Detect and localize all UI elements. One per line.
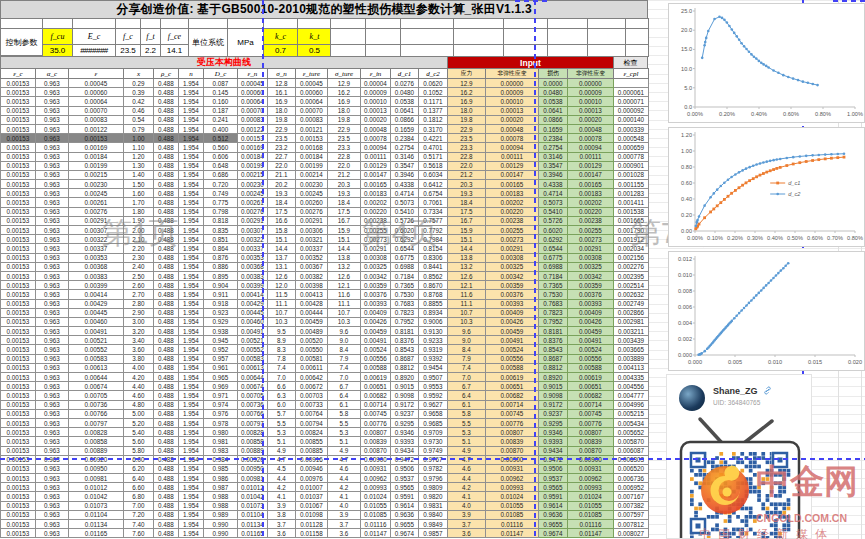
table-cell[interactable]: 0.986	[204, 474, 238, 483]
table-cell[interactable]: 1.954	[179, 290, 204, 299]
table-cell[interactable]: 0.002395	[614, 272, 649, 281]
table-cell[interactable]: 0.00121	[296, 125, 328, 134]
table-cell[interactable]: 0.00153	[1, 226, 36, 235]
table-cell[interactable]: 0.01147	[486, 529, 539, 538]
table-cell[interactable]: 6.20	[124, 465, 154, 474]
table-cell[interactable]: 12.9	[448, 79, 486, 88]
table-cell[interactable]: 0.560	[204, 143, 238, 152]
table-cell[interactable]: 0.00202	[486, 198, 539, 207]
table-cell[interactable]: 0.7823	[391, 309, 419, 318]
table-cell[interactable]: 0.9346	[391, 428, 419, 437]
table-cell[interactable]: 0.00153	[1, 79, 36, 88]
table-cell[interactable]: 0.006087	[614, 447, 649, 456]
table-cell[interactable]: 1.954	[179, 474, 204, 483]
table-cell[interactable]: 0.818	[204, 217, 238, 226]
table-cell[interactable]: 0.002981	[614, 318, 649, 327]
table-cell[interactable]: 0.00153	[1, 208, 36, 217]
table-cell[interactable]: 0.001155	[614, 180, 649, 189]
table-cell[interactable]: 0.00153	[1, 465, 36, 474]
table-cell[interactable]: 1.954	[179, 226, 204, 235]
table-cell[interactable]: 23.3	[328, 143, 361, 152]
table-cell[interactable]: 0.000061	[614, 88, 649, 97]
table-cell[interactable]: 5.3	[448, 428, 486, 437]
empty-cell[interactable]	[625, 28, 649, 45]
table-cell[interactable]: 0.963	[36, 235, 69, 244]
table-cell[interactable]: 0.01134	[69, 520, 124, 529]
table-cell[interactable]: 0.4221	[419, 134, 448, 143]
table-cell[interactable]: 0.00153	[1, 290, 36, 299]
table-cell[interactable]: 16.9	[268, 97, 296, 106]
table-cell[interactable]: 5.40	[124, 428, 154, 437]
table-cell[interactable]: 22.0	[448, 162, 486, 171]
table-cell[interactable]: 0.00521	[69, 336, 124, 345]
table-cell[interactable]: 22.7	[268, 153, 296, 162]
table-cell[interactable]: 19.3	[448, 189, 486, 198]
table-cell[interactable]: 4.80	[124, 401, 154, 410]
table-cell[interactable]: 0.00359	[361, 281, 391, 290]
table-cell[interactable]: 0.00169	[69, 143, 124, 152]
table-cell[interactable]: 4.00	[124, 364, 154, 373]
table-cell[interactable]: 6.40	[124, 474, 154, 483]
table-cell[interactable]: 0.000659	[614, 143, 649, 152]
table-cell[interactable]: 1.954	[179, 401, 204, 410]
table-cell[interactable]: 15.9	[448, 226, 486, 235]
table-cell[interactable]: 0.42	[124, 97, 154, 106]
table-cell[interactable]: 0.963	[36, 153, 69, 162]
table-cell[interactable]: 0.00588	[361, 364, 391, 373]
table-cell[interactable]: 0.00839	[361, 437, 391, 446]
table-cell[interactable]: 0.01147	[568, 529, 614, 538]
table-cell[interactable]: 0.01042	[69, 492, 124, 501]
table-cell[interactable]: 10.7	[448, 309, 486, 318]
table-cell[interactable]: 0.488	[154, 134, 179, 143]
table-cell[interactable]: 0.01128	[296, 520, 328, 529]
table-cell[interactable]: 23.2	[268, 143, 296, 152]
table-cell[interactable]: 17.5	[328, 208, 361, 217]
table-cell[interactable]: 10.7	[268, 309, 296, 318]
table-cell[interactable]: 0.00153	[1, 116, 36, 125]
table-cell[interactable]: 0.39	[124, 88, 154, 97]
table-cell[interactable]: 0.00976	[296, 474, 328, 483]
table-cell[interactable]: 0.918	[204, 300, 238, 309]
table-cell[interactable]: 0.00153	[1, 529, 36, 538]
table-cell[interactable]: 10.3	[268, 318, 296, 327]
table-cell[interactable]: 0.00946	[296, 465, 328, 474]
table-cell[interactable]: 1.954	[179, 134, 204, 143]
table-cell[interactable]: 22.9	[268, 125, 296, 134]
table-cell[interactable]: 0.000092	[614, 107, 649, 116]
table-cell[interactable]: 16.7	[448, 217, 486, 226]
table-cell[interactable]: 0.000140	[614, 116, 649, 125]
table-cell[interactable]: 0.963	[36, 217, 69, 226]
table-cell[interactable]: 0.00060	[296, 88, 328, 97]
table-cell[interactable]: 4.4	[268, 474, 296, 483]
table-cell[interactable]: 0.9591	[391, 492, 419, 501]
table-cell[interactable]: 0.00230	[296, 180, 328, 189]
table-cell[interactable]: 0.969	[204, 382, 238, 391]
table-cell[interactable]: 0.8543	[539, 345, 568, 354]
table-cell[interactable]: 10.3	[448, 318, 486, 327]
table-cell[interactable]: 0.00153	[1, 272, 36, 281]
table-cell[interactable]: 0.488	[154, 529, 179, 538]
table-cell[interactable]: 0.00445	[69, 309, 124, 318]
table-cell[interactable]: 0.8687	[391, 355, 419, 364]
table-cell[interactable]: 0.488	[154, 189, 179, 198]
table-cell[interactable]: 0.00255	[568, 226, 614, 235]
table-cell[interactable]: 0.963	[36, 437, 69, 446]
table-cell[interactable]: 0.9295	[391, 419, 419, 428]
table-cell[interactable]: 7.20	[124, 511, 154, 520]
table-cell[interactable]: 1.954	[179, 529, 204, 538]
table-cell[interactable]: 0.00083	[69, 116, 124, 125]
table-cell[interactable]: 0.00460	[69, 318, 124, 327]
table-cell[interactable]: 0.001028	[614, 171, 649, 180]
table-cell[interactable]: 0.00682	[486, 391, 539, 400]
table-cell[interactable]: 0.004335	[614, 373, 649, 382]
table-cell[interactable]: 0.00260	[296, 198, 328, 207]
table-cell[interactable]: 12.6	[328, 272, 361, 281]
table-cell[interactable]: 9.5	[268, 327, 296, 336]
table-cell[interactable]: 5.8	[448, 410, 486, 419]
table-cell[interactable]: 4.40	[124, 382, 154, 391]
table-cell[interactable]: 0.00359	[486, 281, 539, 290]
table-cell[interactable]: 0.5410	[539, 208, 568, 217]
table-cell[interactable]: 0.79	[124, 125, 154, 134]
table-cell[interactable]: 0.9636	[539, 511, 568, 520]
plastic-strain-chart[interactable]: 0.0000.0020.0040.0060.0080.0100.0120.000…	[668, 251, 865, 371]
